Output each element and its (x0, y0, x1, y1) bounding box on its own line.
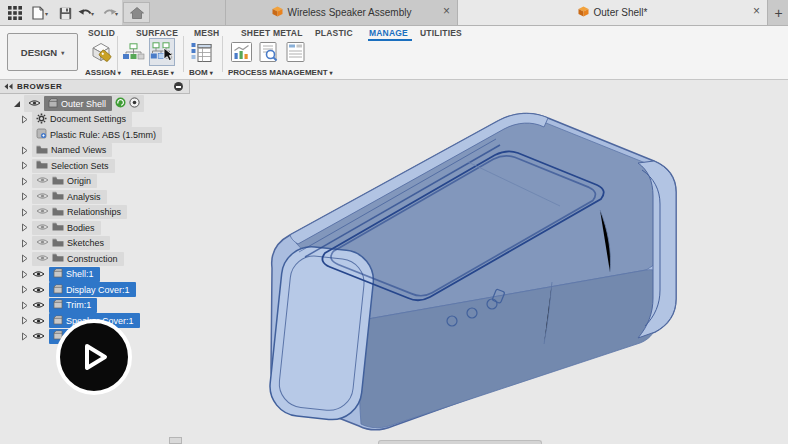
speaker-model[interactable] (267, 113, 676, 429)
ribbon-tab-plastic[interactable]: PLASTIC (315, 28, 353, 38)
process-report-tool-button[interactable] (283, 38, 309, 66)
dropdown-caret-icon: ▾ (61, 49, 64, 56)
row-label[interactable]: Construction (67, 254, 118, 264)
component-icon (53, 284, 63, 296)
browser-row-plastic-rule[interactable]: Plastic Rule: ABS (1.5mm) (0, 127, 220, 143)
expand-triangle-icon[interactable] (20, 177, 29, 186)
bom-group-label[interactable]: BOM▾ (189, 68, 213, 77)
release-group-label[interactable]: RELEASE▾ (131, 68, 174, 77)
ribbon-tab-manage[interactable]: MANAGE (369, 28, 408, 38)
browser-row-bodies[interactable]: Bodies (0, 220, 220, 236)
expand-triangle-icon[interactable] (20, 161, 29, 170)
collapse-triangle-icon[interactable] (12, 100, 21, 108)
collapse-panel-icon[interactable] (4, 83, 13, 90)
expand-triangle-icon[interactable] (20, 270, 29, 279)
row-label[interactable]: Bodies (67, 223, 95, 233)
expand-triangle-icon[interactable] (20, 239, 29, 248)
bom-tool-button[interactable] (188, 38, 214, 66)
visibility-eye-icon[interactable] (36, 207, 49, 217)
browser-row-named-views[interactable]: Named Views (0, 143, 220, 159)
active-component-badge[interactable] (115, 97, 126, 110)
canvas-navigation-bar[interactable] (378, 440, 542, 444)
browser-row-sketches[interactable]: Sketches (0, 236, 220, 252)
document-tab-outer-shell[interactable]: Outer Shell* × (458, 0, 768, 25)
undo-dropdown-caret[interactable]: ▾ (91, 10, 94, 17)
row-label[interactable]: Plastic Rule: ABS (1.5mm) (50, 130, 156, 140)
expand-triangle-icon[interactable] (20, 146, 29, 155)
visibility-eye-icon[interactable] (32, 301, 45, 309)
browser-row-root[interactable]: Outer Shell (0, 96, 220, 112)
new-file-dropdown-caret[interactable]: ▾ (45, 10, 48, 17)
expand-triangle-icon[interactable] (20, 192, 29, 201)
speaker-left-endcap[interactable] (267, 244, 376, 423)
browser-row-trim-1[interactable]: Trim:1 (0, 298, 220, 314)
visibility-eye-icon[interactable] (32, 270, 45, 278)
assign-tool-button[interactable] (88, 38, 114, 66)
workspace-selector-button[interactable]: DESIGN ▾ (7, 33, 78, 71)
panel-options-icon[interactable] (174, 82, 183, 91)
browser-resize-grip[interactable] (169, 437, 182, 444)
assign-group-label[interactable]: ASSIGN▾ (85, 68, 121, 77)
home-view-button[interactable] (123, 2, 150, 23)
expand-triangle-icon[interactable] (20, 332, 29, 341)
expand-triangle-icon[interactable] (20, 301, 29, 310)
ribbon-tab-solid[interactable]: SOLID (88, 28, 115, 38)
ribbon-tab-mesh[interactable]: MESH (194, 28, 219, 38)
visibility-eye-icon[interactable] (32, 317, 45, 325)
folder-icon (52, 191, 64, 202)
browser-row-relationships[interactable]: Relationships (0, 205, 220, 221)
component-label[interactable]: Outer Shell (61, 99, 106, 109)
row-label[interactable]: Named Views (51, 145, 106, 155)
visibility-eye-icon[interactable] (32, 332, 45, 340)
new-tab-button[interactable]: + (769, 0, 788, 25)
browser-row-construction[interactable]: Construction (0, 251, 220, 267)
row-label[interactable]: Display Cover:1 (66, 285, 130, 295)
process-audit-tool-button[interactable] (256, 38, 282, 66)
row-label[interactable]: Analysis (67, 192, 101, 202)
expand-triangle-icon[interactable] (20, 223, 29, 232)
row-label[interactable]: Trim:1 (66, 300, 91, 310)
expand-triangle-icon[interactable] (20, 115, 29, 124)
visibility-eye-icon[interactable] (36, 192, 49, 202)
row-label[interactable]: Shell:1 (66, 269, 94, 279)
row-label[interactable]: Sketches (67, 238, 104, 248)
expand-triangle-icon[interactable] (20, 285, 29, 294)
close-tab-icon[interactable]: × (443, 4, 450, 18)
expand-triangle-icon[interactable] (20, 208, 29, 217)
row-label[interactable]: Document Settings (50, 114, 126, 124)
process-chart-tool-button[interactable] (228, 38, 254, 66)
browser-row-document-settings[interactable]: Document Settings (0, 112, 220, 128)
row-label[interactable]: Relationships (67, 207, 121, 217)
document-tab-title: Wireless Speaker Assembly (288, 7, 412, 18)
expand-triangle-icon[interactable] (20, 316, 29, 325)
visibility-eye-icon[interactable] (36, 238, 49, 248)
process-management-group-label[interactable]: PROCESS MANAGEMENT▾ (228, 68, 333, 77)
close-tab-icon[interactable]: × (753, 4, 760, 18)
browser-panel-header[interactable]: BROWSER (0, 80, 190, 94)
row-label[interactable]: Selection Sets (51, 161, 109, 171)
ribbon-tab-utilities[interactable]: UTILITIES (420, 28, 462, 38)
document-tab-wireless-speaker-assembly[interactable]: Wireless Speaker Assembly × (225, 0, 458, 25)
component-radio-button[interactable] (129, 97, 140, 110)
visibility-eye-icon[interactable] (32, 286, 45, 294)
visibility-eye-icon[interactable] (28, 99, 41, 109)
save-icon[interactable] (56, 5, 74, 21)
browser-row-shell-1[interactable]: Shell:1 (0, 267, 220, 283)
release-variant-tool-button[interactable] (149, 38, 175, 66)
browser-row-display-cover-1[interactable]: Display Cover:1 (0, 282, 220, 298)
app-grid-icon[interactable] (6, 5, 24, 21)
visibility-eye-icon[interactable] (36, 254, 49, 264)
visibility-eye-icon[interactable] (36, 223, 49, 233)
ribbon-tab-sheet-metal[interactable]: SHEET METAL (241, 28, 303, 38)
ribbon-tab-surface[interactable]: SURFACE (136, 28, 178, 38)
browser-row-analysis[interactable]: Analysis (0, 189, 220, 205)
expand-triangle-icon[interactable] (20, 254, 29, 263)
browser-row-origin[interactable]: Origin (0, 174, 220, 190)
redo-dropdown-caret[interactable]: ▾ (115, 10, 118, 17)
document-cube-icon (272, 6, 283, 19)
release-tool-button[interactable] (120, 38, 146, 66)
row-label[interactable]: Origin (67, 176, 91, 186)
video-play-button[interactable] (56, 319, 132, 395)
visibility-eye-icon[interactable] (36, 176, 49, 186)
browser-row-selection-sets[interactable]: Selection Sets (0, 158, 220, 174)
